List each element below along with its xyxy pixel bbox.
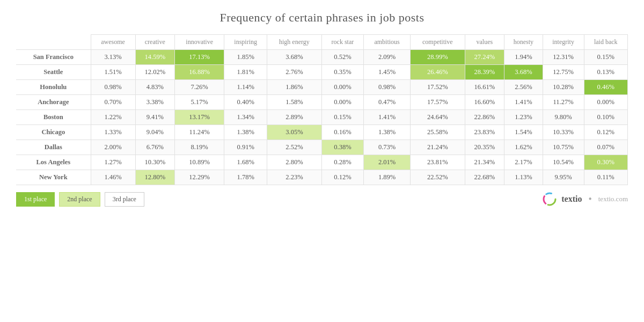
data-cell: 10.33% xyxy=(543,125,584,140)
data-cell: 1.38% xyxy=(364,125,411,140)
legend-third[interactable]: 3rd place xyxy=(105,192,144,207)
data-cell: 0.91% xyxy=(224,140,267,155)
col-header-0 xyxy=(16,35,91,50)
data-cell: 3.13% xyxy=(91,50,135,65)
data-cell: 0.47% xyxy=(364,95,411,110)
data-cell: 1.68% xyxy=(224,155,267,170)
col-header-5: high energy xyxy=(267,35,322,50)
data-cell: 3.68% xyxy=(267,50,322,65)
data-cell: 22.68% xyxy=(465,170,504,185)
col-header-3: innovative xyxy=(175,35,224,50)
data-cell: 0.73% xyxy=(364,140,411,155)
col-header-7: ambitious xyxy=(364,35,411,50)
data-cell: 23.83% xyxy=(465,125,504,140)
data-cell: 16.88% xyxy=(175,65,224,80)
data-cell: 1.85% xyxy=(224,50,267,65)
city-label: Seattle xyxy=(16,65,91,80)
data-cell: 21.24% xyxy=(411,140,465,155)
data-cell: 1.54% xyxy=(504,125,543,140)
data-cell: 28.39% xyxy=(465,65,504,80)
data-cell: 3.68% xyxy=(504,65,543,80)
data-cell: 7.26% xyxy=(175,80,224,95)
data-cell: 11.27% xyxy=(543,95,584,110)
table-row: Boston1.22%9.41%13.17%1.34%2.89%0.15%1.4… xyxy=(16,110,628,125)
data-cell: 10.75% xyxy=(543,140,584,155)
data-cell: 1.13% xyxy=(504,170,543,185)
data-cell: 22.52% xyxy=(411,170,465,185)
data-cell: 27.24% xyxy=(465,50,504,65)
data-cell: 1.38% xyxy=(224,125,267,140)
logo-separator: • xyxy=(588,194,591,205)
table-row: Chicago1.33%9.04%11.24%1.38%3.05%0.16%1.… xyxy=(16,125,628,140)
col-header-9: values xyxy=(465,35,504,50)
col-header-1: awesome xyxy=(91,35,135,50)
data-cell: 1.94% xyxy=(504,50,543,65)
data-cell: 12.80% xyxy=(135,170,174,185)
data-cell: 12.75% xyxy=(543,65,584,80)
data-cell: 0.35% xyxy=(321,65,363,80)
col-header-10: honesty xyxy=(504,35,543,50)
data-cell: 16.60% xyxy=(465,95,504,110)
data-cell: 17.52% xyxy=(411,80,465,95)
data-cell: 0.16% xyxy=(321,125,363,140)
data-cell: 13.17% xyxy=(175,110,224,125)
data-cell: 2.52% xyxy=(267,140,322,155)
data-cell: 0.28% xyxy=(321,155,363,170)
data-cell: 26.46% xyxy=(411,65,465,80)
data-cell: 0.11% xyxy=(584,170,627,185)
data-cell: 21.34% xyxy=(465,155,504,170)
legend-first[interactable]: 1st place xyxy=(16,192,55,207)
data-cell: 0.12% xyxy=(584,125,627,140)
data-cell: 14.59% xyxy=(135,50,174,65)
data-cell: 0.15% xyxy=(321,110,363,125)
data-cell: 0.00% xyxy=(321,95,363,110)
data-cell: 1.33% xyxy=(91,125,135,140)
data-cell: 2.09% xyxy=(364,50,411,65)
city-label: Dallas xyxy=(16,140,91,155)
data-cell: 16.61% xyxy=(465,80,504,95)
data-cell: 1.46% xyxy=(91,170,135,185)
data-cell: 2.56% xyxy=(504,80,543,95)
data-cell: 1.78% xyxy=(224,170,267,185)
data-cell: 1.45% xyxy=(364,65,411,80)
data-cell: 1.14% xyxy=(224,80,267,95)
table-row: Seattle1.51%12.02%16.88%1.81%2.76%0.35%1… xyxy=(16,65,628,80)
data-cell: 1.22% xyxy=(91,110,135,125)
data-cell: 6.76% xyxy=(135,140,174,155)
city-label: New York xyxy=(16,170,91,185)
data-cell: 20.35% xyxy=(465,140,504,155)
legend-second[interactable]: 2nd place xyxy=(59,192,100,207)
data-cell: 8.19% xyxy=(175,140,224,155)
city-label: Los Angeles xyxy=(16,155,91,170)
data-cell: 9.04% xyxy=(135,125,174,140)
data-cell: 3.05% xyxy=(267,125,322,140)
logo-brand: textio xyxy=(561,194,582,204)
data-cell: 0.40% xyxy=(224,95,267,110)
data-cell: 0.00% xyxy=(584,95,627,110)
data-cell: 9.80% xyxy=(543,110,584,125)
city-label: Boston xyxy=(16,110,91,125)
col-header-4: inspiring xyxy=(224,35,267,50)
data-cell: 0.07% xyxy=(584,140,627,155)
data-cell: 1.86% xyxy=(267,80,322,95)
city-label: Chicago xyxy=(16,125,91,140)
data-cell: 2.01% xyxy=(364,155,411,170)
legend-left: 1st place 2nd place 3rd place xyxy=(16,192,144,207)
data-cell: 0.38% xyxy=(321,140,363,155)
data-cell: 0.30% xyxy=(584,155,627,170)
table-row: Dallas2.00%6.76%8.19%0.91%2.52%0.38%0.73… xyxy=(16,140,628,155)
data-cell: 5.17% xyxy=(175,95,224,110)
data-cell: 2.89% xyxy=(267,110,322,125)
data-cell: 0.13% xyxy=(584,65,627,80)
data-cell: 0.00% xyxy=(321,80,363,95)
data-cell: 0.98% xyxy=(364,80,411,95)
col-header-8: competitive xyxy=(411,35,465,50)
data-cell: 1.81% xyxy=(224,65,267,80)
data-cell: 0.15% xyxy=(584,50,627,65)
data-cell: 1.34% xyxy=(224,110,267,125)
col-header-11: integrity xyxy=(543,35,584,50)
data-cell: 22.86% xyxy=(465,110,504,125)
data-cell: 9.95% xyxy=(543,170,584,185)
data-cell: 1.62% xyxy=(504,140,543,155)
data-cell: 28.99% xyxy=(411,50,465,65)
